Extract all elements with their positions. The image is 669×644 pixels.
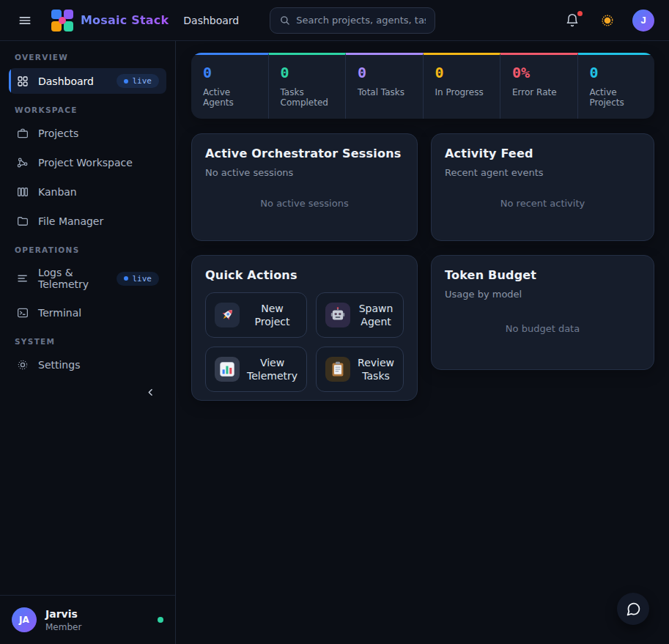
stat-value: 0 bbox=[281, 64, 334, 81]
nav-section-label-system: SYSTEM bbox=[15, 337, 160, 346]
nodes-icon bbox=[16, 156, 29, 169]
search-input[interactable] bbox=[296, 15, 426, 26]
stat-value: 0 bbox=[435, 64, 489, 81]
sidebar-item-label: Projects bbox=[38, 127, 78, 139]
main-content: 0Active Agents0Tasks Completed0Total Tas… bbox=[176, 41, 669, 644]
menu-icon[interactable] bbox=[15, 10, 35, 31]
sessions-card-title: Active Orchestrator Sessions bbox=[205, 147, 404, 160]
folder-icon bbox=[16, 215, 29, 228]
sidebar: OVERVIEWDashboardliveWORKSPACEProjectsPr… bbox=[0, 41, 176, 644]
user-initials-avatar: JA bbox=[12, 607, 37, 632]
live-dot bbox=[124, 276, 128, 281]
quick-action-label: Spawn Agent bbox=[358, 302, 394, 328]
stat-label: Active Projects bbox=[590, 87, 643, 108]
user-avatar-button[interactable]: J bbox=[632, 10, 654, 32]
sidebar-item-label: File Manager bbox=[38, 215, 103, 227]
sidebar-item-label: Logs & Telemetry bbox=[38, 267, 108, 290]
user-role: Member bbox=[45, 622, 81, 632]
live-badge: live bbox=[117, 74, 160, 88]
stat-label: Error Rate bbox=[512, 87, 566, 97]
bar-chart-icon bbox=[215, 357, 240, 382]
sidebar-item-dashboard[interactable]: Dashboardlive bbox=[9, 68, 166, 94]
notification-dot bbox=[577, 11, 583, 16]
token-budget-card: Token Budget Usage by model No budget da… bbox=[431, 255, 654, 370]
token-budget-subtitle: Usage by model bbox=[445, 289, 640, 300]
stat-label: Total Tasks bbox=[358, 87, 411, 97]
token-budget-title: Token Budget bbox=[445, 268, 640, 282]
robot-icon bbox=[325, 303, 350, 327]
sidebar-item-kanban[interactable]: Kanban bbox=[9, 179, 166, 204]
live-dot bbox=[124, 79, 128, 84]
clipboard-icon bbox=[325, 357, 350, 382]
chat-bubble-icon[interactable] bbox=[617, 593, 649, 625]
brand: Mosaic Stack bbox=[51, 10, 169, 32]
activity-feed-card: Activity Feed Recent agent events No rec… bbox=[431, 133, 654, 241]
briefcase-icon bbox=[16, 127, 29, 140]
budget-empty-state: No budget data bbox=[445, 300, 640, 357]
nav-section-label-operations: OPERATIONS bbox=[15, 245, 160, 254]
stat-value: 0 bbox=[203, 64, 256, 81]
sidebar-collapse-button[interactable] bbox=[142, 384, 159, 401]
sun-icon[interactable] bbox=[597, 10, 618, 31]
quick-action-label: New Project bbox=[247, 302, 297, 328]
sidebar-item-label: Dashboard bbox=[38, 75, 94, 87]
stats-row: 0Active Agents0Tasks Completed0Total Tas… bbox=[191, 53, 654, 119]
sidebar-item-terminal[interactable]: Terminal bbox=[9, 300, 166, 325]
sidebar-item-label: Kanban bbox=[38, 186, 77, 198]
sidebar-item-label: Terminal bbox=[38, 307, 81, 319]
bell-icon[interactable] bbox=[562, 10, 583, 31]
mosaic-logo-icon bbox=[51, 10, 73, 32]
sidebar-item-file-manager[interactable]: File Manager bbox=[9, 209, 166, 234]
spawn-agent-button[interactable]: Spawn Agent bbox=[316, 292, 404, 338]
breadcrumb: Dashboard bbox=[183, 15, 239, 26]
stat-active-projects: 0Active Projects bbox=[578, 53, 655, 119]
sidebar-item-project-workspace[interactable]: Project Workspace bbox=[9, 150, 166, 175]
stat-value: 0% bbox=[512, 64, 566, 81]
stat-label: Active Agents bbox=[203, 87, 256, 108]
live-badge: live bbox=[117, 272, 160, 286]
quick-action-label: View Telemetry bbox=[247, 356, 297, 382]
quick-action-label: Review Tasks bbox=[358, 356, 394, 382]
gear-icon bbox=[16, 358, 29, 371]
review-tasks-button[interactable]: Review Tasks bbox=[316, 347, 404, 392]
stat-value: 0 bbox=[358, 64, 411, 81]
stat-in-progress: 0In Progress bbox=[424, 53, 501, 119]
stat-active-agents: 0Active Agents bbox=[191, 53, 269, 119]
quick-actions-card: Quick Actions New ProjectSpawn AgentView… bbox=[191, 255, 418, 401]
sessions-card: Active Orchestrator Sessions No active s… bbox=[191, 133, 418, 241]
sidebar-item-logs-telemetry[interactable]: Logs & Telemetrylive bbox=[9, 261, 166, 296]
sidebar-item-label: Project Workspace bbox=[38, 157, 133, 169]
activity-empty-state: No recent activity bbox=[445, 178, 640, 228]
online-status-dot bbox=[158, 617, 163, 623]
user-name: Jarvis bbox=[45, 608, 81, 620]
sidebar-item-projects[interactable]: Projects bbox=[9, 121, 166, 146]
new-project-button[interactable]: New Project bbox=[205, 292, 307, 338]
stat-label: In Progress bbox=[435, 87, 489, 97]
brand-name: Mosaic Stack bbox=[81, 13, 169, 27]
stat-tasks-completed: 0Tasks Completed bbox=[269, 53, 347, 119]
sessions-empty-state: No active sessions bbox=[205, 178, 404, 228]
stat-error-rate: 0%Error Rate bbox=[500, 53, 578, 119]
terminal-icon bbox=[16, 306, 29, 319]
top-bar: Mosaic Stack Dashboard J bbox=[0, 0, 669, 41]
activity-feed-title: Activity Feed bbox=[445, 147, 640, 160]
log-lines-icon bbox=[16, 272, 29, 285]
view-telemetry-button[interactable]: View Telemetry bbox=[205, 347, 307, 392]
activity-feed-subtitle: Recent agent events bbox=[445, 167, 640, 178]
kanban-icon bbox=[16, 185, 29, 199]
search-box[interactable] bbox=[270, 7, 435, 34]
stat-total-tasks: 0Total Tasks bbox=[346, 53, 424, 119]
search-icon bbox=[279, 15, 290, 26]
rocket-icon bbox=[215, 303, 240, 327]
nav-section-label-overview: OVERVIEW bbox=[15, 53, 160, 62]
sessions-card-subtitle: No active sessions bbox=[205, 167, 404, 178]
nav-section-label-workspace: WORKSPACE bbox=[15, 106, 160, 114]
stat-value: 0 bbox=[590, 64, 643, 81]
sidebar-item-settings[interactable]: Settings bbox=[9, 352, 166, 377]
stat-label: Tasks Completed bbox=[281, 87, 334, 108]
sidebar-user-profile[interactable]: JA Jarvis Member bbox=[0, 595, 175, 644]
grid-icon bbox=[16, 75, 29, 88]
sidebar-item-label: Settings bbox=[38, 359, 80, 371]
quick-actions-title: Quick Actions bbox=[205, 268, 404, 282]
